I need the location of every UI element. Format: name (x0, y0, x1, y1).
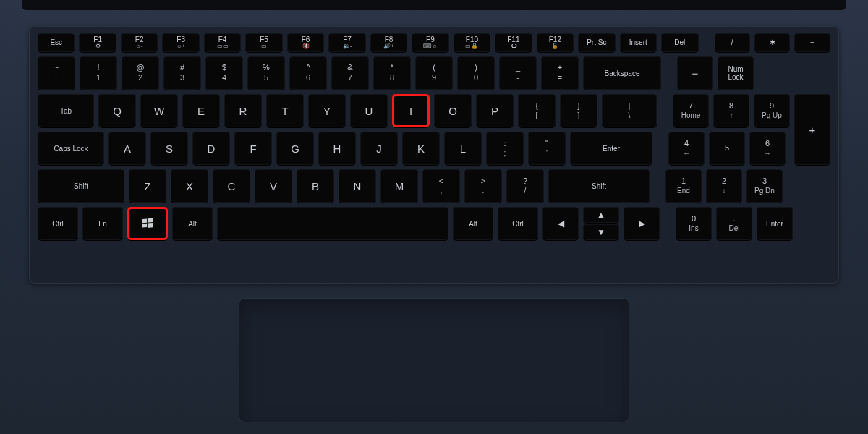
key-t[interactable]: T (266, 94, 304, 127)
key-Pg Up[interactable]: 9Pg Up (754, 94, 790, 127)
key-.[interactable]: >. (464, 169, 502, 203)
key-g[interactable]: G (276, 132, 314, 165)
key-→[interactable]: 6→ (749, 132, 786, 165)
key-8[interactable]: *8 (373, 56, 411, 90)
key-l[interactable]: L (444, 132, 482, 165)
backspace-key[interactable]: Backspace (583, 56, 661, 90)
key-;[interactable]: :; (486, 132, 524, 165)
enter-key[interactable]: Enter (570, 132, 652, 165)
fn-key[interactable]: Fn (82, 207, 123, 240)
tab-key[interactable]: Tab (38, 94, 94, 127)
key-f[interactable]: F (234, 132, 272, 165)
key-o[interactable]: O (434, 94, 472, 127)
key-4[interactable]: $4 (205, 56, 243, 90)
f12-key[interactable]: F12🔒 (537, 33, 574, 52)
f8-key[interactable]: F8🔊+ (370, 33, 407, 52)
trackpad[interactable] (239, 298, 629, 422)
key-p[interactable]: P (476, 94, 514, 127)
key--[interactable]: _- (499, 56, 537, 90)
windows-key[interactable] (127, 207, 168, 240)
numpad-plus-key[interactable]: + (794, 94, 830, 165)
key-q[interactable]: Q (98, 94, 136, 127)
key-y[interactable]: Y (308, 94, 346, 127)
key-9[interactable]: (9 (415, 56, 453, 90)
f1-key[interactable]: F1⚙ (79, 33, 116, 52)
key-k[interactable]: K (402, 132, 440, 165)
key-b[interactable]: B (297, 169, 334, 203)
key-←[interactable]: 4← (668, 132, 705, 165)
func-−-key[interactable]: − (794, 33, 830, 52)
key-s[interactable]: S (150, 132, 188, 165)
key-Home[interactable]: 7Home (673, 94, 709, 127)
arrow-up-key[interactable]: ▲ (583, 207, 619, 223)
f6-key[interactable]: F6🔇 (287, 33, 324, 52)
shift-right-key[interactable]: Shift (548, 169, 650, 203)
key-h[interactable]: H (318, 132, 356, 165)
shift-left-key[interactable]: Shift (38, 169, 124, 203)
key-i[interactable]: I (392, 94, 430, 127)
key-6[interactable]: ^6 (289, 56, 327, 90)
key-/[interactable]: ?/ (506, 169, 544, 203)
key-x[interactable]: X (171, 169, 208, 203)
key-↓[interactable]: 2↓ (706, 169, 742, 203)
key-u[interactable]: U (350, 94, 388, 127)
key-w[interactable]: W (140, 94, 178, 127)
f10-key[interactable]: F10▭🔒 (454, 33, 490, 52)
key-c[interactable]: C (213, 169, 250, 203)
numpad-enter-key[interactable]: Enter (757, 207, 793, 240)
key-End[interactable]: 1End (665, 169, 702, 203)
arrow-right-key[interactable]: ▶ (624, 207, 660, 240)
space-key[interactable] (217, 207, 448, 240)
key-3[interactable]: #3 (163, 56, 201, 90)
key-1[interactable]: !1 (80, 56, 117, 90)
key-Del[interactable]: .Del (716, 207, 752, 240)
key-5[interactable]: %5 (247, 56, 285, 90)
func-insert-key[interactable]: Insert (620, 33, 657, 52)
f11-key[interactable]: F11⏻ (495, 33, 532, 52)
numpad-minus-key[interactable]: − (677, 56, 713, 90)
key-Pg Dn[interactable]: 3Pg Dn (746, 169, 783, 203)
key-7[interactable]: &7 (331, 56, 369, 90)
key-m[interactable]: M (380, 169, 418, 203)
key-j[interactable]: J (360, 132, 398, 165)
numlock-key[interactable]: Num Lock (718, 56, 754, 90)
ctrl-left-key[interactable]: Ctrl (38, 207, 78, 240)
key-'[interactable]: "' (528, 132, 566, 165)
key-d[interactable]: D (192, 132, 230, 165)
key-=[interactable]: += (541, 56, 579, 90)
alt-right-key[interactable]: Alt (453, 207, 493, 240)
func-/-key[interactable]: / (715, 33, 750, 52)
key-`[interactable]: ~` (38, 56, 75, 90)
capslock-key[interactable]: Caps Lock (38, 132, 104, 165)
key-[[interactable]: {[ (518, 94, 556, 127)
key-0[interactable]: )0 (457, 56, 495, 90)
arrow-left-key[interactable]: ◀ (542, 207, 579, 240)
key-a[interactable]: A (109, 132, 146, 165)
f2-key[interactable]: F2☼- (121, 33, 158, 52)
key-2[interactable]: @2 (122, 56, 159, 90)
f3-key[interactable]: F3☼+ (162, 33, 199, 52)
alt-left-key[interactable]: Alt (172, 207, 213, 240)
f7-key[interactable]: F7🔉- (328, 33, 365, 52)
f9-key[interactable]: F9⌨☼ (412, 33, 448, 52)
key-↑[interactable]: 8↑ (713, 94, 749, 127)
key-Ins[interactable]: 0Ins (676, 207, 712, 240)
key-n[interactable]: N (339, 169, 376, 203)
func-✱-key[interactable]: ✱ (754, 33, 790, 52)
key-r[interactable]: R (224, 94, 262, 127)
func-prt sc-key[interactable]: Prt Sc (578, 33, 615, 52)
f4-key[interactable]: F4▭▭ (204, 33, 241, 52)
key-e[interactable]: E (182, 94, 220, 127)
key-5[interactable]: 5 (709, 132, 745, 165)
f5-key[interactable]: F5▭ (245, 33, 282, 52)
arrow-down-key[interactable]: ▼ (583, 224, 619, 240)
key-][interactable]: }] (560, 94, 597, 127)
func-esc-key[interactable]: Esc (38, 33, 75, 52)
key-z[interactable]: Z (129, 169, 166, 203)
key-\[interactable]: |\ (602, 94, 657, 127)
ctrl-right-key[interactable]: Ctrl (498, 207, 538, 240)
key-,[interactable]: <, (422, 169, 460, 203)
func-del-key[interactable]: Del (661, 33, 698, 52)
svg-rect-3 (148, 223, 153, 228)
key-v[interactable]: V (255, 169, 292, 203)
